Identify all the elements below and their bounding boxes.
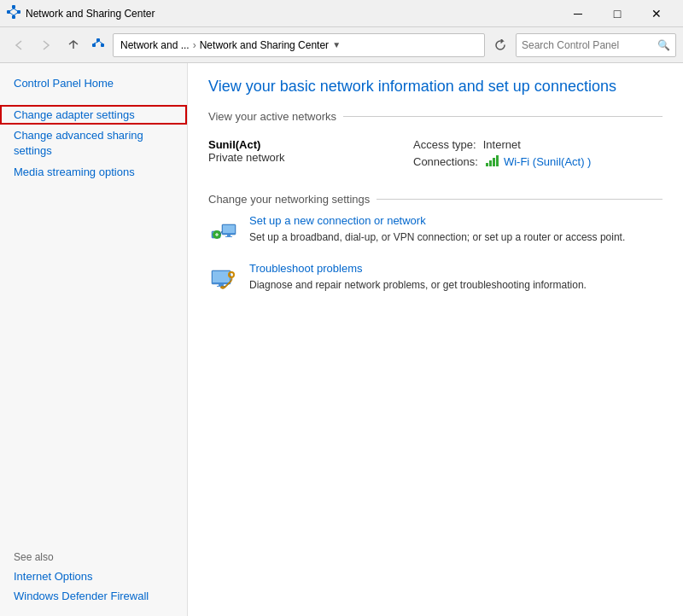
- page-title: View your basic network information and …: [208, 77, 663, 96]
- setup-connection-link[interactable]: Set up a new connection or network: [249, 214, 663, 227]
- sidebar-change-advanced-sharing[interactable]: Change advanced sharing settings: [0, 125, 187, 162]
- maximize-button[interactable]: □: [598, 0, 637, 27]
- address-path[interactable]: Network and ... › Network and Sharing Ce…: [113, 33, 485, 57]
- wifi-icon: [485, 154, 500, 169]
- network-card: Sunil(Act) Private network Access type: …: [208, 131, 663, 179]
- wifi-connection-link[interactable]: Wi-Fi (Sunil(Act) ): [504, 155, 592, 168]
- search-icon: 🔍: [657, 39, 670, 51]
- svg-rect-0: [12, 5, 15, 9]
- svg-line-11: [94, 42, 98, 44]
- setup-connection-icon: [208, 214, 239, 245]
- svg-line-12: [100, 42, 102, 44]
- path-dropdown-arrow[interactable]: ▼: [332, 40, 341, 49]
- title-bar-controls: ─ □ ✕: [558, 0, 676, 27]
- svg-rect-14: [489, 160, 492, 166]
- setup-connection-item: Set up a new connection or network Set u…: [208, 214, 663, 245]
- troubleshoot-icon: [208, 262, 239, 293]
- networking-settings: Set up a new connection or network Set u…: [208, 214, 663, 293]
- access-type-row: Access type: Internet: [413, 138, 663, 151]
- svg-rect-28: [213, 271, 230, 282]
- sidebar-change-adapter-settings[interactable]: Change adapter settings: [0, 105, 187, 125]
- sidebar-windows-defender-firewall[interactable]: Windows Defender Firewall: [0, 586, 187, 606]
- sidebar-internet-options[interactable]: Internet Options: [0, 567, 187, 586]
- up-button[interactable]: [61, 33, 85, 57]
- svg-rect-15: [493, 158, 495, 166]
- svg-rect-9: [92, 44, 96, 47]
- svg-rect-25: [217, 233, 218, 236]
- network-type: Private network: [208, 151, 413, 164]
- path-segment-1: Network and ...: [120, 39, 190, 51]
- content-area: View your basic network information and …: [188, 63, 683, 616]
- svg-rect-22: [225, 236, 232, 237]
- sidebar-see-also-label: See also: [0, 544, 187, 567]
- title-bar-icon: [7, 5, 20, 21]
- access-type-value: Internet: [483, 138, 521, 151]
- svg-rect-16: [496, 155, 499, 166]
- connections-row: Connections: Wi-Fi (Sunil(Act) ): [413, 154, 663, 169]
- svg-rect-20: [223, 225, 235, 233]
- close-button[interactable]: ✕: [637, 0, 676, 27]
- troubleshoot-link[interactable]: Troubleshoot problems: [249, 262, 663, 275]
- svg-rect-8: [96, 38, 100, 42]
- title-bar: Network and Sharing Center ─ □ ✕: [0, 0, 683, 27]
- search-input[interactable]: [522, 39, 657, 51]
- active-networks-header: View your active networks: [208, 110, 663, 123]
- troubleshoot-desc: Diagnose and repair network problems, or…: [249, 279, 587, 291]
- networking-settings-header: Change your networking settings: [208, 193, 663, 206]
- svg-rect-13: [486, 163, 488, 166]
- network-info: Access type: Internet Connections:: [413, 138, 663, 172]
- setup-connection-text: Set up a new connection or network Set u…: [249, 214, 663, 245]
- network-name-area: Sunil(Act) Private network: [208, 138, 413, 172]
- minimize-button[interactable]: ─: [558, 0, 598, 27]
- network-name: Sunil(Act): [208, 138, 413, 151]
- title-bar-text: Network and Sharing Center: [26, 8, 558, 20]
- svg-rect-3: [12, 15, 15, 19]
- svg-point-31: [229, 272, 234, 277]
- svg-rect-29: [219, 284, 224, 286]
- setup-connection-desc: Set up a broadband, dial-up, or VPN conn…: [249, 231, 625, 243]
- search-box[interactable]: 🔍: [516, 33, 676, 57]
- connections-label: Connections:: [413, 155, 478, 168]
- address-bar: Network and ... › Network and Sharing Ce…: [0, 27, 683, 63]
- access-type-label: Access type:: [413, 138, 476, 151]
- troubleshoot-text: Troubleshoot problems Diagnose and repai…: [249, 262, 663, 293]
- path-segment-2: Network and Sharing Center: [200, 39, 329, 51]
- troubleshoot-item: Troubleshoot problems Diagnose and repai…: [208, 262, 663, 293]
- sidebar-media-streaming[interactable]: Media streaming options: [0, 162, 187, 182]
- svg-rect-21: [227, 235, 231, 236]
- forward-button[interactable]: [34, 33, 58, 57]
- sidebar: Control Panel Home Change adapter settin…: [0, 63, 188, 616]
- back-button[interactable]: [7, 33, 31, 57]
- sidebar-control-panel-home[interactable]: Control Panel Home: [0, 73, 187, 93]
- main-window: Control Panel Home Change adapter settin…: [0, 63, 683, 616]
- svg-rect-10: [101, 44, 104, 47]
- refresh-button[interactable]: [488, 33, 512, 57]
